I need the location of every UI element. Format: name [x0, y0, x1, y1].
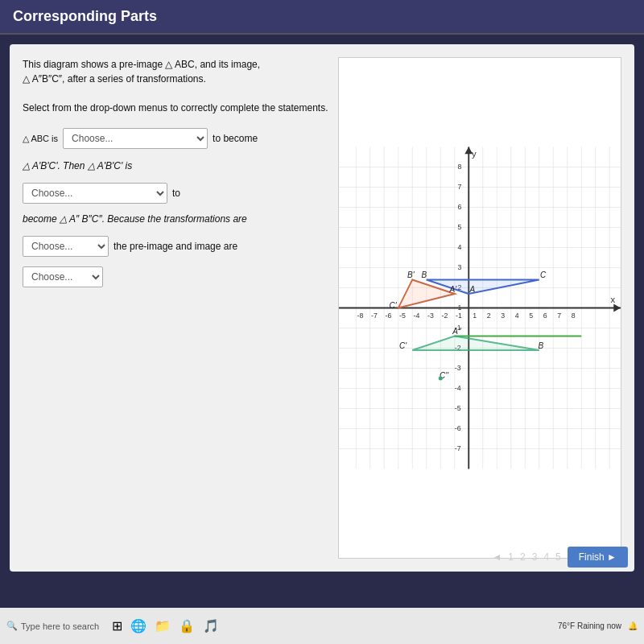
s3-suffix: the pre-image and image are	[114, 241, 237, 252]
taskbar: 🔍 Type here to search ⊞ 🌐 📁 🔒 🎵 76°F Rai…	[0, 608, 644, 644]
finish-button[interactable]: Finish ►	[568, 547, 628, 568]
statement-row-1b: △ A'B'C'. Then △ A'B'C' is	[23, 160, 328, 171]
svg-text:3: 3	[458, 263, 462, 271]
svg-text:-5: -5	[455, 404, 461, 412]
svg-text:B': B'	[407, 270, 415, 279]
svg-text:x: x	[611, 295, 616, 304]
svg-text:-4: -4	[414, 312, 420, 320]
dropdown-2[interactable]: Choose... reflected rotated translated d…	[23, 183, 167, 204]
s1-result: △ A'B'C'. Then △ A'B'C' is	[23, 160, 132, 171]
svg-text:-1: -1	[456, 312, 462, 320]
svg-text:A': A'	[449, 285, 458, 294]
weather-status: 76°F Raining now	[558, 621, 621, 630]
svg-text:-6: -6	[455, 424, 461, 432]
page-3[interactable]: 3	[532, 551, 538, 563]
taskbar-icons: ⊞ 🌐 📁 🔒 🎵	[112, 618, 219, 634]
svg-text:-7: -7	[455, 444, 461, 452]
svg-text:4: 4	[515, 312, 519, 320]
svg-text:7: 7	[557, 312, 561, 320]
svg-text:8: 8	[572, 312, 576, 320]
svg-text:-7: -7	[371, 312, 378, 320]
svg-text:1: 1	[458, 303, 462, 312]
s1-prefix: △ ABC is	[23, 134, 58, 144]
svg-text:-3: -3	[455, 364, 461, 372]
svg-text:1: 1	[473, 312, 477, 320]
svg-text:B: B	[422, 270, 427, 279]
statement-row-1: △ ABC is Choose... reflected rotated tra…	[23, 128, 328, 149]
svg-text:-5: -5	[399, 312, 406, 320]
svg-text:-6: -6	[386, 312, 392, 320]
svg-text:5: 5	[529, 312, 533, 320]
svg-text:3: 3	[501, 312, 505, 320]
svg-text:7: 7	[458, 183, 462, 191]
page-2[interactable]: 2	[520, 551, 526, 563]
taskbar-icon-windows[interactable]: ⊞	[112, 618, 122, 634]
dropdown-1[interactable]: Choose... reflected rotated translated d…	[63, 128, 208, 149]
dropdown-4[interactable]: Choose... congruent similar neither	[23, 266, 103, 287]
statement-row-4: Choose... congruent similar neither	[23, 266, 328, 287]
taskbar-icon-lock[interactable]: 🔒	[179, 618, 195, 634]
svg-text:A'': A''	[452, 327, 462, 336]
svg-text:-2: -2	[442, 312, 448, 320]
page-4[interactable]: 4	[543, 551, 549, 563]
svg-text:A: A	[469, 285, 476, 294]
statement-row-3: Choose... isometric non-isometric the pr…	[23, 236, 328, 257]
svg-text:C': C'	[390, 301, 398, 310]
taskbar-icon-folder[interactable]: 📁	[155, 618, 171, 634]
s1-suffix: to become	[213, 133, 258, 144]
graph-panel: x y -8 -7 -6 -5 -4 -3 -2 -1 1 2 3 4 5 6 …	[338, 57, 621, 559]
svg-text:4: 4	[458, 243, 462, 251]
page-5[interactable]: 5	[555, 551, 561, 563]
taskbar-icon-music[interactable]: 🎵	[203, 618, 219, 634]
page-arrow-left[interactable]: ◄	[492, 551, 502, 563]
svg-text:5: 5	[458, 223, 462, 231]
svg-text:-4: -4	[455, 384, 461, 392]
page-title: Corresponding Parts	[13, 8, 157, 24]
title-bar: Corresponding Parts	[0, 0, 644, 35]
svg-point-86	[439, 377, 443, 381]
svg-text:-8: -8	[357, 312, 364, 320]
taskbar-search: 🔍 Type here to search	[6, 621, 99, 631]
svg-text:-3: -3	[427, 312, 434, 320]
svg-text:C: C	[540, 270, 547, 279]
svg-text:6: 6	[458, 203, 462, 211]
statement-row-2: Choose... reflected rotated translated d…	[23, 183, 328, 204]
s2-suffix: to	[172, 188, 180, 199]
desc-line2: △ A″B″C″, after a series of transformati…	[23, 73, 206, 85]
svg-text:6: 6	[543, 312, 547, 320]
svg-text:2: 2	[487, 312, 491, 320]
desc-line1: This diagram shows a pre-image △ ABC, an…	[23, 59, 260, 70]
svg-text:B: B	[539, 341, 544, 350]
s2-result: become △ A″ B″C″. Because the transforma…	[23, 213, 247, 225]
svg-text:y: y	[472, 149, 477, 159]
statement-row-2b: become △ A″ B″C″. Because the transforma…	[23, 213, 328, 225]
search-icon: 🔍	[6, 621, 18, 631]
left-panel: This diagram shows a pre-image △ ABC, an…	[23, 57, 328, 559]
taskbar-right: 76°F Raining now 🔔	[558, 621, 638, 630]
taskbar-icon-browser[interactable]: 🌐	[130, 618, 147, 634]
content-area: This diagram shows a pre-image △ ABC, an…	[10, 44, 634, 572]
coordinate-graph: x y -8 -7 -6 -5 -4 -3 -2 -1 1 2 3 4 5 6 …	[339, 58, 621, 558]
page-1[interactable]: 1	[508, 551, 514, 563]
dropdown-3[interactable]: Choose... isometric non-isometric	[23, 236, 109, 257]
desc-line3: Select from the drop-down menus to corre…	[23, 102, 328, 114]
main-window: Corresponding Parts This diagram shows a…	[0, 0, 644, 608]
search-text[interactable]: Type here to search	[21, 621, 99, 631]
bottom-bar: ◄ 1 2 3 4 5 Finish ►	[492, 547, 628, 568]
svg-text:C': C'	[399, 341, 407, 350]
svg-text:8: 8	[458, 163, 462, 171]
taskbar-notification-icon[interactable]: 🔔	[628, 621, 638, 630]
description: This diagram shows a pre-image △ ABC, an…	[23, 57, 328, 115]
